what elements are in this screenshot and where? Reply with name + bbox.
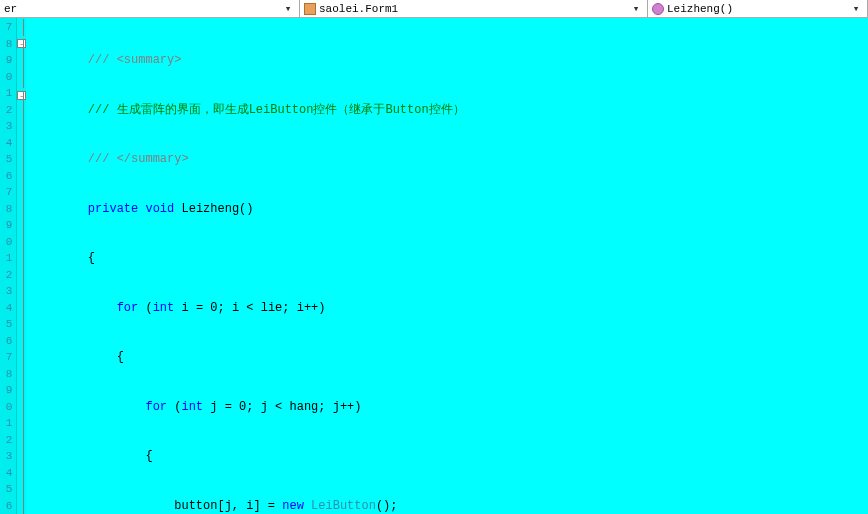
class-icon: [304, 3, 316, 15]
fold-toggle[interactable]: -: [17, 39, 26, 48]
code-area[interactable]: /// <summary> /// 生成雷阵的界面，即生成LeiButton控件…: [26, 18, 868, 514]
line-number-gutter: 7 8 9 0 1 2 3 4 5 6 7 8 9 0 1 2 3 4 5 6 …: [0, 18, 17, 514]
scope-text: er: [4, 3, 17, 15]
method-dropdown[interactable]: Leizheng() ▾: [648, 0, 868, 17]
chevron-down-icon[interactable]: ▾: [849, 2, 863, 15]
class-text: saolei.Form1: [319, 3, 398, 15]
chevron-down-icon[interactable]: ▾: [629, 2, 643, 15]
breadcrumb-bar: er ▾ saolei.Form1 ▾ Leizheng() ▾: [0, 0, 868, 18]
method-text: Leizheng(): [667, 3, 733, 15]
chevron-down-icon[interactable]: ▾: [281, 2, 295, 15]
class-dropdown[interactable]: saolei.Form1 ▾: [300, 0, 648, 17]
method-icon: [652, 3, 664, 15]
code-editor[interactable]: 7 8 9 0 1 2 3 4 5 6 7 8 9 0 1 2 3 4 5 6 …: [0, 18, 868, 514]
scope-dropdown[interactable]: er ▾: [0, 0, 300, 17]
fold-column: - -: [17, 18, 26, 514]
fold-toggle[interactable]: -: [17, 91, 26, 100]
